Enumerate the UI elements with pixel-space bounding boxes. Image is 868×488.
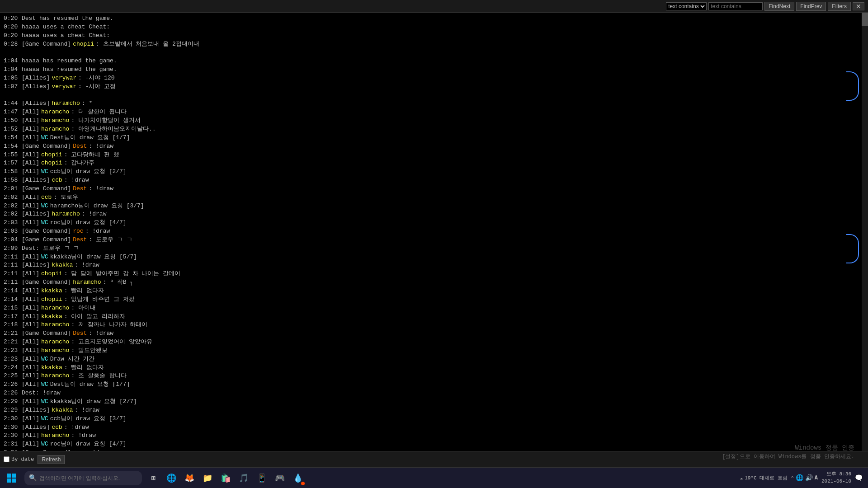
chat-line: 1:50[All] haramcho: 나가치아항달이 생겨서: [4, 117, 864, 125]
chat-line: 2:11[All] chopii: 담 담에 받아주면 갑 차 나이는 갈데이: [4, 270, 864, 278]
chat-line: 2:18[All] haramcho: 저 잠까나 나가자 하태이: [4, 321, 864, 329]
chat-line: 1:04haaaa has resumed the game.: [4, 66, 864, 74]
chat-line: 2:11[All] WC kkakka님이 draw 요청 [5/7]: [4, 253, 864, 262]
filter-input-top[interactable]: [708, 2, 763, 10]
chat-line: 2:03[All] WC roc님이 draw 요청 [4/7]: [4, 219, 864, 227]
findprev-button[interactable]: FindPrev: [796, 2, 826, 11]
store-icon[interactable]: 🛍️: [217, 469, 234, 487]
app-icon-6[interactable]: 📱: [253, 469, 270, 487]
app-icon-8[interactable]: 💧: [289, 469, 307, 487]
chat-line: 2:11[Game Command] haramcho: ³ 작B ┐: [4, 278, 864, 287]
volume-icon[interactable]: 🔊: [805, 474, 813, 482]
media-icon[interactable]: 🎵: [235, 469, 252, 487]
chat-line: 2:15[All] haramcho: 아이내: [4, 304, 864, 313]
chat-line: 2:14[All] kkakka: 빨리 없다자: [4, 287, 864, 296]
chat-line: 0:20haaaa uses a cheat Cheat:: [4, 32, 864, 40]
chat-line: 1:58[All] WC ccb님이 draw 요청 [2/7]: [4, 168, 864, 176]
by-date-checkbox[interactable]: [4, 456, 9, 462]
findnext-button[interactable]: FindNext: [764, 2, 794, 11]
chat-area: 0:20Dest has resumed the game.0:20haaaa …: [0, 13, 868, 451]
chat-line: 2:02[All] WC haramcho님이 draw 요청 [3/7]: [4, 202, 864, 211]
clock[interactable]: 오후 8:36 2021-06-10: [821, 471, 851, 485]
search-bar[interactable]: 🔍: [24, 471, 142, 485]
svg-rect-1: [12, 474, 16, 478]
chat-line: 2:09Dest: 도로우 ㄱ ㄱ: [4, 244, 864, 253]
svg-rect-3: [12, 479, 16, 483]
chat-line: 2:29[All] WC kkakka님이 draw 요청 [2/7]: [4, 398, 864, 406]
chat-line: 2:21[Game Command] Dest: !draw: [4, 329, 864, 338]
scrollbar[interactable]: [862, 13, 868, 451]
chat-line: 1:47[All] haramcho: 더 찰한이 됩니다: [4, 108, 864, 117]
filter-type-select[interactable]: text contains: [666, 2, 707, 10]
chat-line: 2:11[Allies] kkakka: !draw: [4, 261, 864, 270]
chat-line: 1:44[Allies] haramcho: *: [4, 99, 864, 108]
start-button[interactable]: [2, 469, 22, 487]
chat-line: 1:54[Game Command] Dest: !draw: [4, 142, 864, 151]
svg-rect-2: [7, 479, 11, 483]
chat-line: 2:29[Allies] kkakka: !draw: [4, 406, 864, 415]
windows-icon: [7, 474, 16, 483]
filters-button[interactable]: Filters: [828, 2, 851, 11]
notification-center-icon[interactable]: 🗨️: [855, 474, 863, 482]
scrollbar-thumb[interactable]: [862, 13, 868, 26]
refresh-button[interactable]: Refresh: [38, 455, 65, 464]
chat-line: 1:52[All] haramcho: 아영게나하이남오지이날다..: [4, 125, 864, 134]
tray-icons: ^ 🌐 🔊 A: [791, 474, 818, 482]
chat-line: 2:24[All] kkakka: 빨리 없다자: [4, 364, 864, 372]
chat-line: 0:28[Game Command] chopii: 초보발에서 처음보내 올 …: [4, 40, 864, 49]
chat-line: 2:30[Allies] ccb: !draw: [4, 423, 864, 432]
taskbar: 🔍 ⊞ 🌐 🦊 📁 🛍️ 🎵 📱 🎮 💧 ☁️ 19°C 대체로 흐림 ^ 🌐: [0, 467, 868, 488]
chat-line: 2:26[All] WC Dest님이 draw 요청 [1/7]: [4, 380, 864, 389]
by-date-checkbox-label[interactable]: By date: [4, 456, 34, 463]
top-filter-bar: text contains FindNext FindPrev Filters …: [0, 0, 868, 13]
chat-line: 2:21[All] haramcho: 고요지도잊었어이 않았아유: [4, 338, 864, 347]
chat-line: 2:17[All] kkakka: 아이 말고 리리하자: [4, 313, 864, 321]
weather-icon: ☁️: [740, 475, 743, 481]
chat-line: 2:01[Game Command] Dest: !draw: [4, 185, 864, 193]
chat-line: 1:54[All] WC Dest님이 draw 요청 [1/7]: [4, 134, 864, 142]
chat-line: 2:02[All] ccb: 도로우: [4, 193, 864, 202]
task-view-button[interactable]: ⊞: [145, 469, 162, 487]
svg-rect-0: [7, 474, 11, 478]
chat-lines: 0:20Dest has resumed the game.0:20haaaa …: [4, 14, 864, 451]
chat-line: 2:23[All] WC Draw 시간 기간: [4, 355, 864, 364]
chat-line: 2:04[Game Command] Dest: 도로우 ㄱ ㄱ: [4, 236, 864, 244]
chat-line: 2:30[All] haramcho: !draw: [4, 432, 864, 440]
weather-widget[interactable]: ☁️ 19°C 대체로 흐림: [740, 474, 788, 481]
keyboard-icon[interactable]: A: [815, 475, 818, 481]
browser-icon-2[interactable]: 🦊: [181, 469, 198, 487]
chat-line: 0:20Dest has resumed the game.: [4, 14, 864, 23]
edge-icon[interactable]: 🌐: [163, 469, 180, 487]
chat-line: 2:30[All] WC ccb님이 draw 요청 [3/7]: [4, 415, 864, 423]
windows-watermark: Windows 정품 인증 [설정]으로 이동하여 Windows를 정품 인증…: [722, 443, 854, 461]
chat-line: 1:04haaaa has resumed the game.: [4, 57, 864, 66]
tray-expand[interactable]: ^: [791, 475, 794, 480]
chat-line: 2:14[All] chopii: 없남게 바주면 고 저팠: [4, 296, 864, 304]
chat-line: 0:20haaaa uses a cheat Cheat:: [4, 23, 864, 32]
search-input[interactable]: [39, 475, 130, 481]
chat-line: [4, 91, 864, 100]
chat-line: 1:05[Allies] verywar: -시야 120: [4, 74, 864, 83]
chat-line: 2:23[All] haramcho: 말도안됐보: [4, 347, 864, 355]
file-explorer-icon[interactable]: 📁: [199, 469, 216, 487]
chat-line: 1:55[All] chopii: 고다당하네 편 했: [4, 151, 864, 160]
search-icon: 🔍: [29, 474, 37, 482]
chat-line: 2:25[All] haramcho: 조 찰풍술 합니다: [4, 372, 864, 380]
chat-line: 1:57[All] chopii: 갑나가주: [4, 159, 864, 168]
chat-line: 2:02[Allies] haramcho: !draw: [4, 210, 864, 219]
app-icon-7[interactable]: 🎮: [271, 469, 288, 487]
network-icon[interactable]: 🌐: [796, 474, 803, 482]
system-tray: ☁️ 19°C 대체로 흐림 ^ 🌐 🔊 A 오후 8:36 2021-06-1…: [740, 471, 866, 485]
chat-line: 1:07[Allies] verywar: -시야 고정: [4, 83, 864, 91]
chat-line: 2:26Dest: !draw: [4, 389, 864, 398]
chat-line: 2:03[Game Command] roc: !draw: [4, 227, 864, 236]
chat-line: [4, 48, 864, 57]
close-top-button[interactable]: ✕: [853, 2, 864, 10]
chat-line: 1:58[Allies] ccb: !draw: [4, 176, 864, 185]
